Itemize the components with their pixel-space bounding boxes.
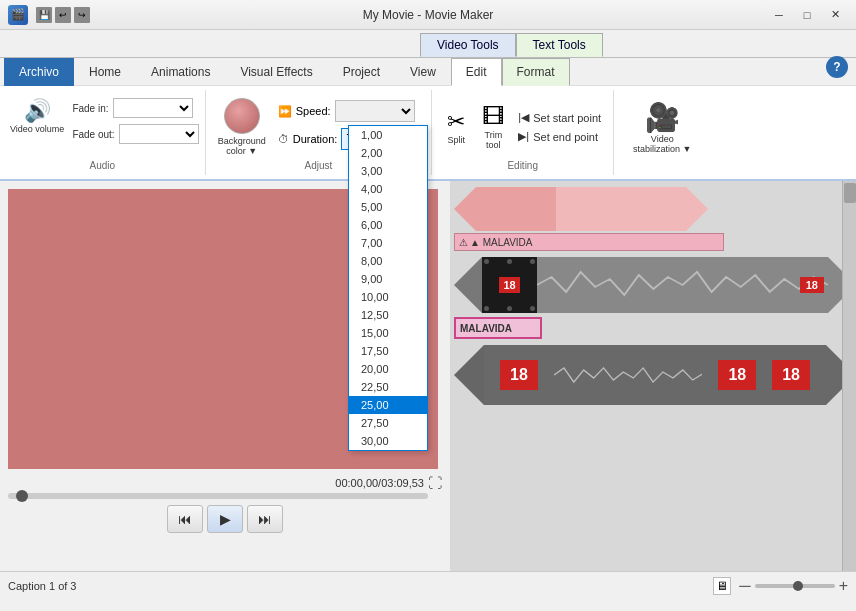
dropdown-item[interactable]: 7,00 <box>349 234 427 252</box>
undo-icon[interactable]: ↩ <box>55 7 71 23</box>
timeline-scrollbar[interactable] <box>842 181 856 571</box>
film-strip: 18 <box>482 257 537 313</box>
speed-icon: ⏩ <box>278 105 292 118</box>
waveform-area: 18 <box>537 257 828 313</box>
track1-caption: ⚠ ▲ MALAVIDA <box>454 233 724 251</box>
trim-label: Trimtool <box>484 130 502 150</box>
help-button[interactable]: ? <box>826 56 848 78</box>
fullscreen-button[interactable]: ⛶ <box>428 475 442 491</box>
set-start-button[interactable]: |◀ Set start point <box>518 111 601 124</box>
tab-text-tools[interactable]: Text Tools <box>516 33 603 57</box>
save-quick-icon[interactable]: 💾 <box>36 7 52 23</box>
maximize-button[interactable]: □ <box>794 4 820 26</box>
dropdown-item[interactable]: 8,00 <box>349 252 427 270</box>
fade-out-row: Fade out: <box>72 124 198 144</box>
menu-tabs-bar: Archivo Home Animations Visual Effects P… <box>0 58 856 86</box>
film-badge: 18 <box>499 277 519 293</box>
speed-select[interactable] <box>335 100 415 122</box>
vstab-button[interactable]: 🎥 Videostabilization ▼ <box>622 94 702 171</box>
tab-view[interactable]: View <box>395 58 451 86</box>
close-button[interactable]: ✕ <box>822 4 848 26</box>
editing-items: ✂ Split 🎞 Trimtool |◀ Set start point ▶|… <box>440 94 605 160</box>
set-end-button[interactable]: ▶| Set end point <box>518 130 601 143</box>
caption-status: Caption 1 of 3 <box>8 580 77 592</box>
window-controls[interactable]: ─ □ ✕ <box>766 4 848 26</box>
monitor-icon[interactable]: 🖥 <box>713 577 731 595</box>
fade-in-select[interactable] <box>113 98 193 118</box>
quick-access[interactable]: 💾 ↩ ↪ <box>36 7 90 23</box>
editing-group-label: Editing <box>440 160 605 171</box>
fade-out-select[interactable] <box>119 124 199 144</box>
tab-video-tools[interactable]: Video Tools <box>420 33 516 57</box>
speed-label: Speed: <box>296 105 331 117</box>
play-button[interactable]: ▶ <box>207 505 243 533</box>
time-display: 00:00,00/03:09,53 ⛶ <box>8 475 442 491</box>
dropdown-item[interactable]: 30,00 <box>349 432 427 450</box>
zoom-slider[interactable] <box>755 584 835 588</box>
playback-controls: ⏮ ▶ ⏭ <box>8 505 442 533</box>
dropdown-item[interactable]: 9,00 <box>349 270 427 288</box>
prev-frame-button[interactable]: ⏮ <box>167 505 203 533</box>
status-right: 🖥 ─ + <box>713 577 848 595</box>
dropdown-item[interactable]: 12,50 <box>349 306 427 324</box>
duration-label: Duration: <box>293 133 338 145</box>
set-end-icon: ▶| <box>518 130 529 143</box>
set-points-group: |◀ Set start point ▶| Set end point <box>514 107 605 147</box>
preview-controls: 00:00,00/03:09,53 ⛶ ⏮ ▶ ⏭ <box>8 475 442 533</box>
split-button[interactable]: ✂ Split <box>440 104 472 150</box>
dropdown-item[interactable]: 3,00 <box>349 162 427 180</box>
audio-group: 🔊 Video volume Fade in: Fade out: Audio <box>0 90 206 175</box>
tab-visual-effects[interactable]: Visual Effects <box>225 58 327 86</box>
film-hole <box>484 306 489 311</box>
title-bar: 🎬 💾 ↩ ↪ My Movie - Movie Maker ─ □ ✕ <box>0 0 856 30</box>
dropdown-item[interactable]: 4,00 <box>349 180 427 198</box>
fade-controls: Fade in: Fade out: <box>72 94 198 144</box>
seek-thumb[interactable] <box>16 490 28 502</box>
film-hole <box>507 259 512 264</box>
dropdown-item-selected[interactable]: 25,00 <box>349 396 427 414</box>
tab-project[interactable]: Project <box>328 58 395 86</box>
zoom-plus-button[interactable]: + <box>839 577 848 595</box>
next-frame-button[interactable]: ⏭ <box>247 505 283 533</box>
vstab-label: Videostabilization ▼ <box>633 134 691 154</box>
dropdown-item[interactable]: 2,00 <box>349 144 427 162</box>
tab-home[interactable]: Home <box>74 58 136 86</box>
zoom-slider-thumb[interactable] <box>793 581 803 591</box>
tab-edit[interactable]: Edit <box>451 58 502 86</box>
tab-animations[interactable]: Animations <box>136 58 225 86</box>
minimize-button[interactable]: ─ <box>766 4 792 26</box>
main-area: 00:00,00/03:09,53 ⛶ ⏮ ▶ ⏭ ⚠ <box>0 181 856 571</box>
track2-badge-right: 18 <box>800 277 824 293</box>
title-icons: 🎬 💾 ↩ ↪ <box>8 5 90 25</box>
dropdown-item[interactable]: 22,50 <box>349 378 427 396</box>
dropdown-item[interactable]: 6,00 <box>349 216 427 234</box>
track-2-row: 18 18 <box>454 257 856 313</box>
split-icon: ✂ <box>447 109 465 135</box>
duration-dropdown-list[interactable]: 1,00 2,00 3,00 4,00 5,00 6,00 7,00 8,00 … <box>348 125 428 451</box>
dropdown-item[interactable]: 15,00 <box>349 324 427 342</box>
track3-badge-1: 18 <box>500 360 538 390</box>
redo-icon[interactable]: ↪ <box>74 7 90 23</box>
timeline-panel[interactable]: ⚠ ▲ MALAVIDA 18 <box>450 181 856 571</box>
tool-tabs-bar: Video Tools Text Tools <box>0 30 856 58</box>
track1-left-arrow <box>454 187 476 231</box>
fade-in-label: Fade in: <box>72 103 108 114</box>
scrollbar-thumb[interactable] <box>844 183 856 203</box>
video-volume-button[interactable]: 🔊 Video volume <box>6 94 68 138</box>
track3-left-arrow <box>454 345 484 405</box>
caption-warning-icon: ⚠ <box>459 237 468 248</box>
dropdown-item[interactable]: 27,50 <box>349 414 427 432</box>
seek-bar[interactable] <box>8 493 428 499</box>
tab-archivo[interactable]: Archivo <box>4 58 74 86</box>
background-color-button[interactable]: Backgroundcolor ▼ <box>214 94 270 160</box>
dropdown-item[interactable]: 1,00 <box>349 126 427 144</box>
vstab-group: 🎥 Videostabilization ▼ <box>614 90 710 175</box>
caption-text: ▲ MALAVIDA <box>470 237 533 248</box>
dropdown-item[interactable]: 10,00 <box>349 288 427 306</box>
zoom-minus-button[interactable]: ─ <box>739 577 750 595</box>
trim-button[interactable]: 🎞 Trimtool <box>476 100 510 154</box>
dropdown-item[interactable]: 20,00 <box>349 360 427 378</box>
dropdown-item[interactable]: 5,00 <box>349 198 427 216</box>
dropdown-item[interactable]: 17,50 <box>349 342 427 360</box>
tab-format[interactable]: Format <box>502 58 570 86</box>
